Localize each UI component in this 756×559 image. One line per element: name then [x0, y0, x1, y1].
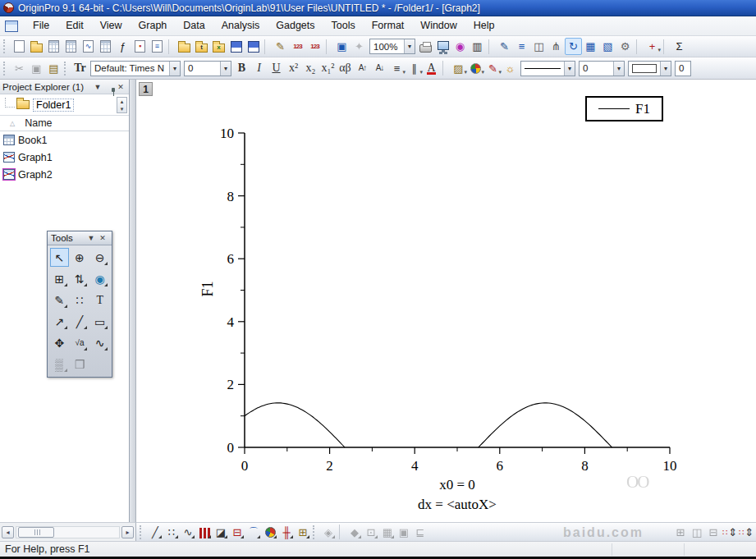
toolbar-grip[interactable]	[313, 525, 317, 539]
new-graph-button[interactable]: ∿	[80, 38, 97, 55]
chevron-down-icon[interactable]: ▼	[85, 234, 97, 242]
object-edit-tool[interactable]: ❒	[70, 355, 89, 373]
line-width-combo[interactable]: 0 ▾	[579, 61, 625, 76]
greek-button[interactable]: αβ	[337, 60, 354, 77]
image-plot-button[interactable]: ▣	[396, 524, 412, 540]
add-column-button[interactable]: +	[644, 38, 661, 55]
menu-item[interactable]: Gadgets	[268, 16, 323, 35]
refresh-button[interactable]: ↻	[565, 38, 582, 55]
save-project-button[interactable]	[227, 38, 245, 55]
italic-button[interactable]: I	[250, 60, 268, 77]
chevron-down-icon[interactable]: ▼	[92, 83, 103, 91]
cut-button[interactable]: ✂	[11, 60, 28, 77]
mask-tool[interactable]: ▒	[50, 355, 69, 373]
rectangle-tool[interactable]: ▭	[90, 312, 109, 331]
toolbar-grip[interactable]	[3, 39, 7, 53]
open-button[interactable]	[176, 38, 193, 55]
arrow-tool[interactable]: ↗	[50, 312, 69, 331]
line-style-combo[interactable]: ▾	[520, 61, 575, 76]
toolbar-grip[interactable]	[64, 62, 68, 76]
new-matrix-button[interactable]	[97, 38, 114, 55]
3d-colormap-button[interactable]: ◆	[346, 524, 363, 540]
new-folder-button[interactable]	[28, 38, 45, 55]
fill-color-button[interactable]: ▨	[450, 60, 467, 77]
new-project-button[interactable]	[11, 38, 28, 55]
superscript-button[interactable]: x²	[285, 60, 302, 77]
code-builder-button[interactable]: ⚙	[616, 38, 634, 55]
graph-object-tool[interactable]: ∿	[90, 333, 109, 352]
data-reader-tool[interactable]: ⇅	[70, 269, 89, 288]
scroll-left-icon[interactable]: ◂	[2, 526, 14, 538]
toolbar-grip[interactable]	[140, 525, 144, 539]
increase-font-button[interactable]: A↑	[354, 60, 371, 77]
spinner-down-icon[interactable]: ▾	[121, 106, 124, 112]
zoom-in-tool[interactable]: ⊕	[70, 248, 89, 267]
import-ascii-button[interactable]: 123	[289, 38, 306, 55]
layer-arrange-button[interactable]: ◫	[689, 524, 705, 540]
3d-scatter-button[interactable]: ⊡	[363, 524, 379, 540]
region-data-reader-tool[interactable]: ◉	[90, 269, 109, 288]
font-color-button[interactable]: A	[423, 60, 440, 77]
toolbar-grip[interactable]	[3, 62, 7, 76]
zoom-out-tool[interactable]: ⊖	[90, 248, 109, 267]
curve-f1[interactable]	[245, 403, 612, 447]
digitizer-button[interactable]: ✦	[351, 38, 368, 55]
explorer-item-graph1[interactable]: Graph1	[0, 149, 129, 166]
align-button[interactable]: ≡	[388, 60, 405, 77]
import-multiple-ascii-button[interactable]: 123	[306, 38, 323, 55]
pointer-tool[interactable]: ↖	[50, 248, 69, 267]
child-window-icon[interactable]	[5, 21, 18, 32]
area-plot-button[interactable]: ◪	[213, 524, 229, 540]
hierarchy-button[interactable]: ⋔	[548, 38, 565, 55]
save-template-button[interactable]	[245, 38, 262, 55]
open-excel-button[interactable]: x	[210, 38, 227, 55]
pan-tool[interactable]: ✥	[50, 333, 69, 352]
font-size-combo[interactable]: 0 ▾	[184, 61, 231, 76]
font-tool-button[interactable]: Tr	[71, 60, 89, 77]
scatter-plot-button[interactable]: ∷	[163, 524, 180, 540]
line-plot-button[interactable]: ╱	[147, 524, 163, 540]
explorer-item-book1[interactable]: Book1	[0, 131, 129, 149]
x-axis-annotation-2[interactable]: dx = <autoX>	[418, 497, 497, 513]
panel-splitter[interactable]	[130, 80, 136, 522]
y-axis-title[interactable]: F1	[199, 281, 217, 296]
window-split-button[interactable]: ◫	[530, 38, 548, 55]
menu-item[interactable]: Data	[175, 16, 213, 35]
column-plot-button[interactable]	[196, 524, 213, 540]
close-icon[interactable]: ✕	[115, 83, 126, 91]
spline-plot-button[interactable]: ⌒	[245, 524, 262, 540]
pie-chart-button[interactable]	[262, 524, 278, 540]
scrollbar-thumb[interactable]	[18, 527, 54, 538]
3d-surface-button[interactable]: ◈	[320, 524, 337, 540]
menu-item[interactable]: Edit	[57, 16, 92, 35]
x-axis-annotation-1[interactable]: x0 = 0	[439, 477, 475, 493]
close-icon[interactable]: ✕	[97, 234, 108, 242]
subscript-button[interactable]: x₂	[302, 60, 319, 77]
new-workbook-button[interactable]	[45, 38, 62, 55]
border-style-combo[interactable]: ▾	[628, 61, 671, 76]
chevron-down-icon[interactable]: ▾	[404, 39, 415, 53]
supersubscript-button[interactable]: x₁²	[319, 60, 337, 77]
palette-button[interactable]	[467, 60, 484, 77]
text-tool[interactable]: T	[90, 291, 109, 309]
layer-badge[interactable]: 1	[139, 82, 153, 96]
worksheet-table-button[interactable]: ▦	[582, 38, 599, 55]
underline-button[interactable]: U	[268, 60, 285, 77]
annotation-tool[interactable]: ✎	[50, 291, 69, 309]
print-button[interactable]	[417, 38, 434, 55]
explorer-item-graph2[interactable]: Graph2	[0, 166, 129, 183]
menu-item[interactable]: File	[25, 16, 57, 35]
menu-item[interactable]: View	[92, 16, 131, 35]
video-button[interactable]: ▥	[469, 38, 486, 55]
new-function-plot-button[interactable]: ƒ	[114, 38, 131, 55]
zoom-combo[interactable]: 100% ▾	[369, 39, 415, 54]
tools-palette-header[interactable]: Tools ▼ ✕	[48, 231, 112, 245]
paste-button[interactable]: ▤	[45, 60, 62, 77]
scrollbar-track[interactable]	[16, 526, 120, 538]
name-column-header[interactable]: △ Name	[0, 116, 129, 131]
sort-ascending-icon[interactable]: △	[10, 120, 15, 127]
spinner-up-icon[interactable]: ▴	[121, 99, 124, 105]
chevron-down-icon[interactable]: ▾	[169, 62, 180, 76]
worksheet-query-button[interactable]: ▧	[599, 38, 616, 55]
equation-tool[interactable]: √a	[70, 333, 89, 352]
